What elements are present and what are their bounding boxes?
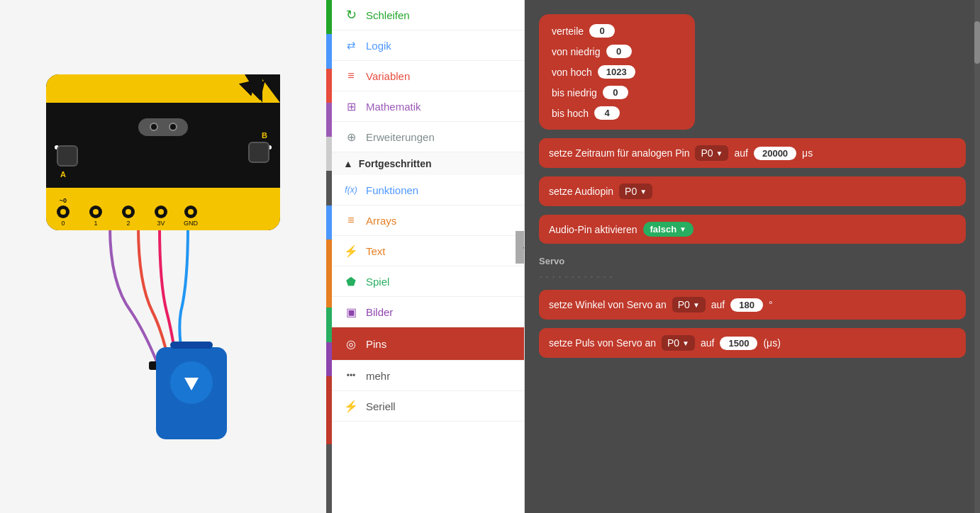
erweiterungen-icon: ⊕ [343,129,359,145]
sidebar-toggle-button[interactable]: ‹ [516,231,525,264]
mehr-icon: ••• [343,368,359,383]
battery-connector [170,342,213,349]
menu-item-schleifen[interactable]: ↻ Schleifen [332,0,524,30]
servo-label: Servo [539,256,966,266]
label-a: A [60,170,66,179]
servo-angle-pin-arrow-icon: ▼ [693,301,700,309]
code-panel: verteile 0 von niedrig 0 von hoch 1023 b… [525,0,980,513]
audio-activate-dropdown[interactable]: falsch ▼ [643,222,694,237]
distribute-value-0[interactable]: 0 [589,24,615,38]
servo-dots: ............ [539,266,966,281]
menu-item-logik[interactable]: ⇄ Logik [332,30,524,61]
eye-right [169,123,177,131]
distribute-row-bis-hoch: bis hoch 4 [552,106,682,120]
audio-pin-arrow-icon: ▼ [640,188,647,196]
servo-pulse-block: setze Puls von Servo an P0 ▼ auf 1500 (μ… [539,328,966,358]
button-b[interactable] [248,142,269,163]
distribute-block: verteile 0 von niedrig 0 von hoch 1023 b… [539,14,695,130]
menu-item-mehr[interactable]: ••• mehr [332,361,524,391]
menu-item-pins[interactable]: ◎ Pins [332,327,524,361]
menu-list: ↻ Schleifen ⇄ Logik ≡ Variablen ⊞ Mathem… [326,0,524,422]
pin-gnd[interactable] [184,205,197,218]
scrollbar-track [974,0,980,513]
servo-angle-pin-dropdown[interactable]: P0 ▼ [672,297,706,312]
microbit-board: B A ~0 0 [46,74,280,230]
fortgeschritten-toggle[interactable]: ▲ Fortgeschritten [332,152,524,175]
distribute-row-main: verteile 0 [552,24,682,38]
logik-icon: ⇄ [343,38,359,53]
servo-pulse-value[interactable]: 1500 [720,337,757,350]
microbit-top-strip [46,74,280,103]
microbit-container: B A ~0 0 [46,74,280,439]
text-icon: ⚡ [343,243,359,259]
battery-device [121,354,227,439]
collapse-arrow-icon: ▲ [343,158,353,169]
pins-icon: ◎ [343,336,359,351]
menu-item-erweiterungen[interactable]: ⊕ Erweiterungen [332,122,524,152]
servo-section: Servo ............ [539,252,966,281]
microbit-bottom-strip: ~0 0 1 2 3V GND [46,188,280,230]
audio-activate-block: Audio-Pin aktivieren falsch ▼ [539,215,966,244]
von-niedrig-value[interactable]: 0 [606,45,632,58]
pin-0[interactable] [57,205,69,218]
von-hoch-value[interactable]: 1023 [598,65,635,79]
bis-niedrig-value[interactable]: 0 [603,86,628,99]
pin-3v[interactable] [155,205,167,218]
bis-hoch-value[interactable]: 4 [594,106,620,120]
audio-pin-dropdown[interactable]: P0 ▼ [619,184,652,199]
distribute-block-container: verteile 0 von niedrig 0 von hoch 1023 b… [539,14,966,130]
servo-angle-block: setze Winkel von Servo an P0 ▼ auf 180 ° [539,290,966,320]
menu-item-text[interactable]: ⚡ Text [332,236,524,266]
menu-item-mathematik[interactable]: ⊞ Mathematik [332,91,524,122]
audio-activate-arrow-icon: ▼ [679,225,686,233]
menu-item-spiel[interactable]: ⬟ Spiel [332,266,524,297]
seriell-icon: ⚡ [343,398,359,414]
analog-pin-dropdown[interactable]: P0 ▼ [695,145,728,161]
simulator-panel: B A ~0 0 [0,0,326,513]
distribute-row-von-niedrig: von niedrig 0 [552,45,682,58]
scrollbar-thumb[interactable] [974,21,980,64]
button-a[interactable] [57,145,78,167]
audio-pin-block: setze Audiopin P0 ▼ [539,176,966,206]
servo-angle-value[interactable]: 180 [730,298,763,312]
variablen-icon: ≡ [343,68,359,84]
distribute-row-bis-niedrig: bis niedrig 0 [552,86,682,99]
microbit-display [138,118,188,136]
spiel-icon: ⬟ [343,274,359,289]
servo-pulse-pin-arrow-icon: ▼ [682,339,689,347]
analog-pin-value[interactable]: 20000 [754,147,796,160]
funktionen-icon: f(x) [343,182,359,198]
analog-pin-arrow-icon: ▼ [716,150,723,157]
schleifen-icon: ↻ [343,7,359,23]
servo-pulse-pin-dropdown[interactable]: P0 ▼ [662,335,695,351]
menu-item-seriell[interactable]: ⚡ Seriell [332,391,524,422]
eye-left [150,123,158,131]
analog-pin-block: setze Zeitraum für analogen Pin P0 ▼ auf… [539,138,966,168]
menu-item-arrays[interactable]: ≡ Arrays [332,205,524,236]
label-b: B [262,131,267,140]
menu-item-variablen[interactable]: ≡ Variablen [332,61,524,91]
menu-item-bilder[interactable]: ▣ Bilder [332,297,524,327]
bilder-icon: ▣ [343,304,359,320]
mathematik-icon: ⊞ [343,98,359,114]
pin-2[interactable] [122,205,135,218]
distribute-row-von-hoch: von hoch 1023 [552,65,682,79]
menu-item-funktionen[interactable]: f(x) Funktionen [332,175,524,205]
arrays-icon: ≡ [343,213,359,228]
blocks-panel: ‹ ↻ Schleifen ⇄ Logik ≡ Variablen [326,0,525,513]
left-color-bars [326,0,332,513]
pin-1[interactable] [89,205,102,218]
